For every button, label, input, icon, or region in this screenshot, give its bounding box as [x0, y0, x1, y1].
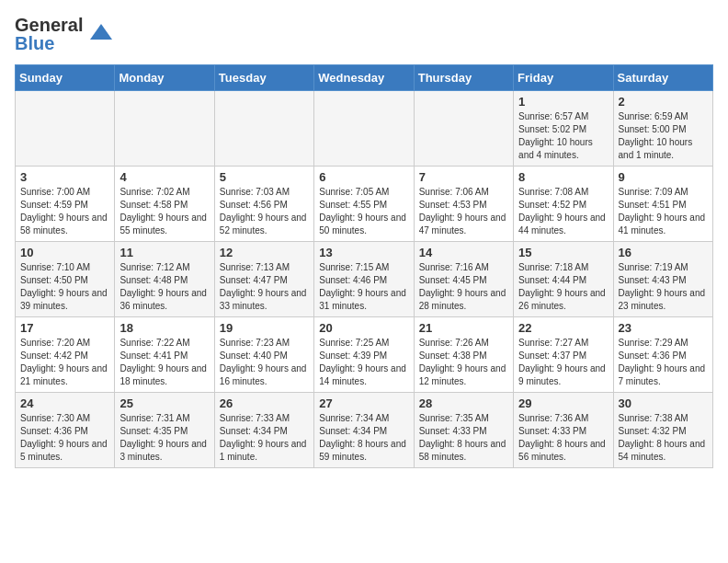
- day-detail: Sunrise: 7:08 AM Sunset: 4:52 PM Dayligh…: [518, 186, 608, 237]
- day-detail: Sunrise: 7:10 AM Sunset: 4:50 PM Dayligh…: [20, 261, 109, 313]
- day-number: 7: [419, 170, 508, 184]
- day-number: 15: [518, 246, 608, 259]
- day-cell: 29Sunrise: 7:36 AM Sunset: 4:33 PM Dayli…: [514, 393, 613, 468]
- weekday-header-sunday: Sunday: [16, 65, 115, 91]
- day-number: 19: [220, 321, 309, 335]
- day-cell: [414, 91, 513, 167]
- day-number: 25: [119, 396, 209, 410]
- day-cell: 18Sunrise: 7:22 AM Sunset: 4:41 PM Dayli…: [115, 317, 214, 393]
- day-detail: Sunrise: 7:13 AM Sunset: 4:47 PM Dayligh…: [220, 261, 309, 313]
- day-number: 11: [119, 246, 209, 259]
- day-cell: 11Sunrise: 7:12 AM Sunset: 4:48 PM Dayli…: [115, 242, 214, 317]
- day-cell: 4Sunrise: 7:02 AM Sunset: 4:58 PM Daylig…: [115, 167, 214, 242]
- day-cell: [16, 91, 115, 167]
- day-cell: 12Sunrise: 7:13 AM Sunset: 4:47 PM Dayli…: [214, 242, 313, 317]
- day-cell: 16Sunrise: 7:19 AM Sunset: 4:43 PM Dayli…: [613, 242, 712, 317]
- day-detail: Sunrise: 7:38 AM Sunset: 4:32 PM Dayligh…: [619, 412, 708, 464]
- weekday-header-row: SundayMondayTuesdayWednesdayThursdayFrid…: [16, 65, 713, 91]
- day-detail: Sunrise: 7:09 AM Sunset: 4:51 PM Dayligh…: [619, 186, 708, 237]
- day-cell: 1Sunrise: 6:57 AM Sunset: 5:02 PM Daylig…: [514, 91, 613, 167]
- day-cell: 20Sunrise: 7:25 AM Sunset: 4:39 PM Dayli…: [314, 317, 414, 393]
- day-number: 18: [119, 321, 209, 335]
- week-row-4: 17Sunrise: 7:20 AM Sunset: 4:42 PM Dayli…: [16, 317, 713, 393]
- day-detail: Sunrise: 7:35 AM Sunset: 4:33 PM Dayligh…: [419, 412, 508, 464]
- week-row-2: 3Sunrise: 7:00 AM Sunset: 4:59 PM Daylig…: [16, 167, 713, 242]
- day-detail: Sunrise: 6:57 AM Sunset: 5:02 PM Dayligh…: [518, 110, 608, 162]
- day-number: 21: [419, 321, 508, 335]
- day-number: 3: [20, 170, 109, 184]
- day-cell: 30Sunrise: 7:38 AM Sunset: 4:32 PM Dayli…: [613, 393, 712, 468]
- day-cell: 8Sunrise: 7:08 AM Sunset: 4:52 PM Daylig…: [514, 167, 613, 242]
- day-detail: Sunrise: 7:05 AM Sunset: 4:55 PM Dayligh…: [319, 186, 408, 237]
- day-detail: Sunrise: 7:18 AM Sunset: 4:44 PM Dayligh…: [518, 261, 608, 313]
- day-number: 1: [518, 95, 608, 109]
- day-cell: [214, 91, 313, 167]
- day-cell: 10Sunrise: 7:10 AM Sunset: 4:50 PM Dayli…: [16, 242, 115, 317]
- day-detail: Sunrise: 7:29 AM Sunset: 4:36 PM Dayligh…: [619, 337, 708, 388]
- logo: General Blue: [15, 15, 114, 53]
- day-number: 24: [20, 396, 109, 410]
- logo-combined: General Blue: [15, 15, 114, 53]
- day-number: 17: [20, 321, 109, 335]
- day-detail: Sunrise: 6:59 AM Sunset: 5:00 PM Dayligh…: [619, 110, 708, 162]
- week-row-5: 24Sunrise: 7:30 AM Sunset: 4:36 PM Dayli…: [16, 393, 713, 468]
- week-row-3: 10Sunrise: 7:10 AM Sunset: 4:50 PM Dayli…: [16, 242, 713, 317]
- day-cell: 7Sunrise: 7:06 AM Sunset: 4:53 PM Daylig…: [414, 167, 513, 242]
- weekday-header-wednesday: Wednesday: [314, 65, 414, 91]
- day-number: 27: [319, 396, 408, 410]
- day-cell: 15Sunrise: 7:18 AM Sunset: 4:44 PM Dayli…: [514, 242, 613, 317]
- day-cell: 17Sunrise: 7:20 AM Sunset: 4:42 PM Dayli…: [16, 317, 115, 393]
- day-number: 4: [119, 170, 209, 184]
- day-cell: 5Sunrise: 7:03 AM Sunset: 4:56 PM Daylig…: [214, 167, 313, 242]
- weekday-header-monday: Monday: [115, 65, 214, 91]
- day-cell: 2Sunrise: 6:59 AM Sunset: 5:00 PM Daylig…: [613, 91, 712, 167]
- svg-marker-0: [90, 24, 112, 40]
- day-cell: 14Sunrise: 7:16 AM Sunset: 4:45 PM Dayli…: [414, 242, 513, 317]
- header: General Blue: [15, 15, 713, 53]
- weekday-header-friday: Friday: [514, 65, 613, 91]
- logo-blue-word: Blue: [15, 33, 83, 53]
- day-detail: Sunrise: 7:00 AM Sunset: 4:59 PM Dayligh…: [20, 186, 109, 237]
- day-detail: Sunrise: 7:26 AM Sunset: 4:38 PM Dayligh…: [419, 337, 508, 388]
- day-detail: Sunrise: 7:23 AM Sunset: 4:40 PM Dayligh…: [220, 337, 309, 388]
- logo-triangle-icon: [88, 21, 114, 47]
- week-row-1: 1Sunrise: 6:57 AM Sunset: 5:02 PM Daylig…: [16, 91, 713, 167]
- day-number: 12: [220, 246, 309, 259]
- logo-general-word: General: [15, 15, 83, 35]
- day-number: 13: [319, 246, 408, 259]
- day-number: 28: [419, 396, 508, 410]
- day-detail: Sunrise: 7:25 AM Sunset: 4:39 PM Dayligh…: [319, 337, 408, 388]
- day-number: 2: [619, 95, 708, 109]
- day-cell: 26Sunrise: 7:33 AM Sunset: 4:34 PM Dayli…: [214, 393, 313, 468]
- day-number: 14: [419, 246, 508, 259]
- day-detail: Sunrise: 7:20 AM Sunset: 4:42 PM Dayligh…: [20, 337, 109, 388]
- day-cell: [314, 91, 414, 167]
- day-detail: Sunrise: 7:33 AM Sunset: 4:34 PM Dayligh…: [220, 412, 309, 464]
- day-cell: 13Sunrise: 7:15 AM Sunset: 4:46 PM Dayli…: [314, 242, 414, 317]
- day-number: 6: [319, 170, 408, 184]
- day-detail: Sunrise: 7:34 AM Sunset: 4:34 PM Dayligh…: [319, 412, 408, 464]
- day-number: 29: [518, 396, 608, 410]
- day-number: 20: [319, 321, 408, 335]
- weekday-header-thursday: Thursday: [414, 65, 513, 91]
- day-detail: Sunrise: 7:16 AM Sunset: 4:45 PM Dayligh…: [419, 261, 508, 313]
- day-cell: [115, 91, 214, 167]
- day-cell: 24Sunrise: 7:30 AM Sunset: 4:36 PM Dayli…: [16, 393, 115, 468]
- day-detail: Sunrise: 7:36 AM Sunset: 4:33 PM Dayligh…: [518, 412, 608, 464]
- day-detail: Sunrise: 7:31 AM Sunset: 4:35 PM Dayligh…: [119, 412, 209, 464]
- day-detail: Sunrise: 7:06 AM Sunset: 4:53 PM Dayligh…: [419, 186, 508, 237]
- day-detail: Sunrise: 7:19 AM Sunset: 4:43 PM Dayligh…: [619, 261, 708, 313]
- weekday-header-saturday: Saturday: [613, 65, 712, 91]
- day-cell: 25Sunrise: 7:31 AM Sunset: 4:35 PM Dayli…: [115, 393, 214, 468]
- day-number: 26: [220, 396, 309, 410]
- day-detail: Sunrise: 7:12 AM Sunset: 4:48 PM Dayligh…: [119, 261, 209, 313]
- day-number: 9: [619, 170, 708, 184]
- day-detail: Sunrise: 7:22 AM Sunset: 4:41 PM Dayligh…: [119, 337, 209, 388]
- day-number: 10: [20, 246, 109, 259]
- day-cell: 9Sunrise: 7:09 AM Sunset: 4:51 PM Daylig…: [613, 167, 712, 242]
- calendar: SundayMondayTuesdayWednesdayThursdayFrid…: [15, 64, 713, 468]
- day-number: 16: [619, 246, 708, 259]
- day-detail: Sunrise: 7:02 AM Sunset: 4:58 PM Dayligh…: [119, 186, 209, 237]
- day-number: 8: [518, 170, 608, 184]
- day-number: 23: [619, 321, 708, 335]
